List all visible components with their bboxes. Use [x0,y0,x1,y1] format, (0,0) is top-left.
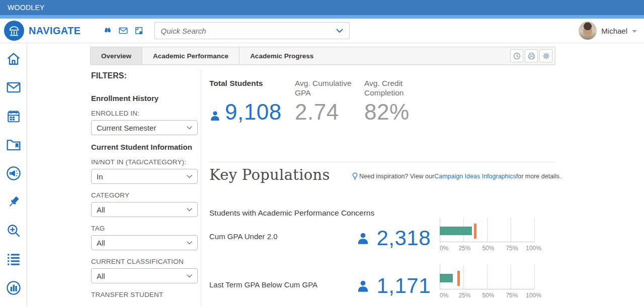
category-label: CATEGORY [91,191,198,199]
tab-label: Overview [101,52,131,60]
print-button[interactable] [525,49,538,62]
avatar [579,22,597,40]
institution-bar: WOODLEY [0,0,644,15]
filters-divider [201,69,201,307]
kp-bar-chart-1: 0% 25% 50% 75% 100% [440,218,534,254]
gridline [511,265,511,289]
chevron-down-icon [187,241,192,245]
tick-label: 100% [526,245,541,252]
kp-bar-chart-2: 0% 25% 50% 75% 100% [440,265,534,301]
tick-label: 75% [506,292,518,299]
kp-row-label: Last Term GPA Below Cum GPA [209,280,317,289]
lightbulb-icon [352,172,358,180]
gridline [534,265,535,289]
sidebar-item-reports[interactable] [6,280,22,295]
brand-name: NAVIGATE [29,25,81,37]
settings-button[interactable] [539,49,552,62]
campaign-ideas-link[interactable]: Campaign Ideas Infographics [434,173,516,180]
stat-value: 9,108 [225,99,282,125]
gridline [511,218,511,242]
clock-icon [513,52,521,60]
tag-select[interactable]: All [91,235,198,250]
tick-label: 75% [506,245,518,252]
side-nav [0,43,27,307]
gear-icon [542,52,550,60]
chart-plot [440,265,534,289]
person-icon [356,279,370,293]
tab-overview[interactable]: Overview [91,47,142,64]
tab-academic-progress[interactable]: Academic Progress [239,47,324,64]
in-not-in-select[interactable]: In [91,169,198,184]
calendar-icon [6,109,21,124]
main-panel: Overview Academic Performance Academic P… [27,43,644,307]
tab-academic-performance[interactable]: Academic Performance [142,47,239,64]
chevron-down-icon [187,274,192,278]
stat-avg-credit: Avg. Credit Completion 82% [364,78,450,125]
filter-section-student-info: Current Student Information IN/NOT IN (T… [91,143,198,298]
select-value: All [97,272,105,280]
tick-label: 50% [482,292,494,299]
chart-plot [440,218,534,242]
classification-label: CURRENT CLASSIFICATION [91,258,198,265]
accent-strip [0,15,644,19]
messages-icon [6,81,21,93]
tab-actions [510,47,555,64]
sidebar-item-calendar[interactable] [6,109,22,124]
caret-down-icon [632,30,637,33]
person-icon [209,110,221,122]
chevron-down-icon [187,208,192,212]
chart-bar [440,274,453,282]
filter-section-enrollment: Enrollment History ENROLLED IN: Current … [91,94,198,135]
window-restore-icon[interactable] [134,26,143,35]
classification-select[interactable]: All [91,268,198,283]
quick-search-input[interactable] [161,27,336,35]
tip-suffix: for more details. [516,173,561,180]
kp-row-label: Cum GPA Under 2.0 [209,232,278,241]
tick-label: 0% [440,292,448,299]
gridline [487,218,488,242]
stat-label: Avg. Cumulative GPA [295,78,355,99]
kp-number: 1,171 [376,275,431,296]
chevron-down-icon [187,175,192,178]
select-value: In [97,172,103,181]
category-select[interactable]: All [91,202,198,217]
tab-bar: Overview Academic Performance Academic P… [90,47,555,65]
history-button[interactable] [510,49,523,62]
sidebar-item-messages[interactable] [6,80,22,95]
benchmark-marker [474,224,476,239]
sidebar-item-advanced-search[interactable] [6,223,22,238]
transfer-student-label: TRANSFER STUDENT [91,291,198,298]
kp-value: 2,318 [347,223,431,249]
campaigns-icon [6,165,22,181]
home-icon [6,51,21,66]
chart-ticks: 0% 25% 50% 75% 100% [440,245,534,252]
sidebar-item-cases[interactable] [6,137,22,152]
key-populations-title: Key Populations [209,166,330,183]
chevron-down-icon[interactable] [336,29,343,33]
chart-ticks: 0% 25% 50% 75% 100% [440,292,534,299]
gridline [534,218,535,242]
institution-icon [8,24,21,37]
binoculars-icon[interactable] [103,26,112,35]
user-name: Michael [601,27,627,35]
sidebar-item-home[interactable] [6,51,22,66]
sidebar-item-campaigns[interactable] [6,166,22,181]
enrolled-in-select[interactable]: Current Semester [91,120,198,135]
user-menu[interactable]: Michael [579,22,637,40]
navigate-logo[interactable] [4,21,24,41]
stat-label: Avg. Credit Completion [364,78,421,99]
chart-bar [440,227,472,235]
reports-icon [6,280,22,296]
advanced-search-icon [6,223,21,238]
stat-avg-gpa: Avg. Cumulative GPA 2.74 [295,78,364,125]
gridline [487,265,488,289]
stat-value: 82% [364,99,410,125]
institution-name: WOODLEY [8,4,45,12]
quick-search[interactable] [154,22,350,39]
tick-label: 0% [440,245,448,252]
envelope-icon[interactable] [119,26,128,35]
sidebar-item-pinned[interactable] [6,194,22,210]
sidebar-item-lists[interactable] [6,252,22,267]
stats-row: Total Students 9,108 Avg. Cumulative GPA… [209,78,450,125]
key-populations-tip: Need inspiration? View our Campaign Idea… [352,172,561,180]
